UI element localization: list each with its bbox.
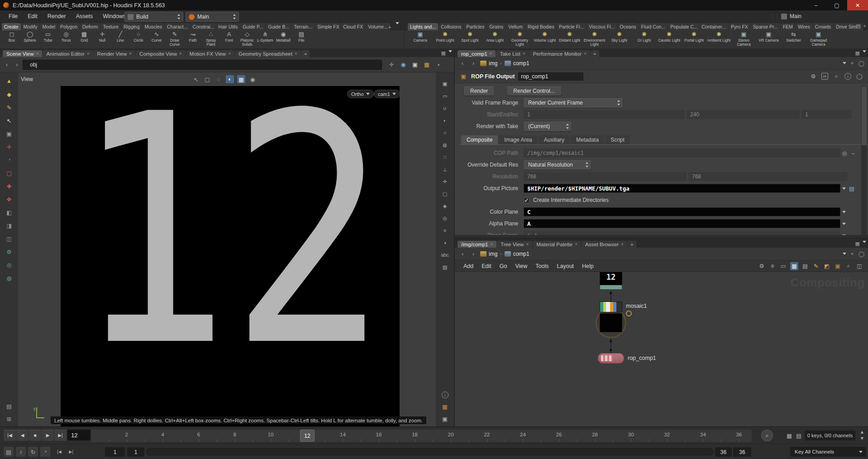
pane-tab[interactable]: Asset Browser × bbox=[582, 241, 627, 248]
close-tab-icon[interactable]: × bbox=[526, 242, 529, 247]
close-tab-icon[interactable]: × bbox=[129, 51, 132, 56]
desktop-selector[interactable]: Build bbox=[124, 12, 183, 22]
output-picture-field[interactable]: $HIP/render/$HIPNAME/SUBUV.tga bbox=[524, 184, 840, 193]
xray-icon[interactable]: ◈ bbox=[441, 202, 449, 210]
close-tab-icon[interactable]: × bbox=[228, 51, 231, 56]
shelf-tool[interactable]: ∴ Spray Paint bbox=[202, 31, 220, 48]
play-button[interactable]: ▶ bbox=[42, 430, 54, 441]
stop-button[interactable]: ■ bbox=[29, 430, 41, 441]
menu-item[interactable]: Tools bbox=[531, 263, 553, 269]
shelf-tool[interactable]: ✺ Ambient Light bbox=[706, 31, 731, 48]
shelf-tool[interactable]: ⇆ Switcher bbox=[781, 31, 806, 48]
info-icon[interactable]: i bbox=[442, 392, 448, 398]
background-image-icon[interactable]: ▣ bbox=[834, 262, 842, 270]
label-abc-icon[interactable]: abc bbox=[441, 251, 449, 259]
main-context-selector[interactable]: Main bbox=[186, 12, 239, 22]
close-tab-icon[interactable]: × bbox=[295, 51, 297, 56]
create-dirs-checkbox[interactable]: ✓ bbox=[524, 197, 529, 203]
params-scrollbar[interactable] bbox=[861, 86, 867, 235]
range-from-icon[interactable]: [◀ bbox=[55, 448, 63, 456]
pane-split-icon[interactable]: ◫ bbox=[855, 262, 863, 270]
projection-selector[interactable]: Ortho bbox=[347, 90, 374, 98]
shelf-tool[interactable]: ✺ Point Light bbox=[433, 31, 458, 48]
camera-view-region[interactable]: 12 bbox=[61, 86, 400, 426]
search-params-icon[interactable]: ⌕ bbox=[832, 72, 840, 81]
override-res-select[interactable]: Natural Resolution bbox=[524, 160, 591, 170]
shelf-tool[interactable]: ◉ Metaball bbox=[274, 31, 292, 48]
maximize-button[interactable]: ▢ bbox=[826, 0, 847, 10]
shelf-tab[interactable]: Hair Utils bbox=[216, 23, 240, 30]
shelf-tool[interactable]: ✺ Spot Light bbox=[458, 31, 482, 48]
shelf-tool[interactable]: ○ Circle bbox=[129, 31, 148, 48]
list-view-icon[interactable]: ▤ bbox=[801, 262, 809, 270]
shelf-tab[interactable]: Vellum bbox=[506, 23, 525, 30]
menu-item[interactable]: Assets bbox=[71, 13, 98, 19]
range-start-field[interactable]: 1 bbox=[105, 447, 125, 457]
flipbook-icon[interactable]: ▦ bbox=[423, 61, 431, 69]
shelf-tool[interactable]: ▣ Gamepad Camera bbox=[806, 31, 831, 48]
shelf-tool[interactable]: A Font bbox=[220, 31, 238, 48]
close-tab-icon[interactable]: × bbox=[490, 51, 492, 56]
shelf-tool[interactable]: ↝ Path bbox=[184, 31, 202, 48]
chevron-down-icon[interactable] bbox=[842, 187, 846, 190]
camera-icon[interactable]: ▣ bbox=[411, 61, 419, 69]
frame-range-slider[interactable] bbox=[147, 448, 713, 455]
bbox-icon[interactable]: ▢ bbox=[441, 190, 449, 198]
menu-item[interactable]: File bbox=[4, 13, 23, 19]
network-canvas[interactable]: Compositing 12 mosaic1 rop_comp1 bbox=[455, 272, 868, 426]
font-node[interactable]: 12 bbox=[600, 272, 622, 289]
file-chooser-icon[interactable]: ▤ bbox=[848, 184, 856, 192]
update-toggle-icon[interactable]: ◉ bbox=[399, 61, 407, 69]
timeline-grid-icon[interactable]: ▦ bbox=[785, 431, 793, 440]
shelf-tool[interactable]: ▣ Camera bbox=[408, 31, 433, 48]
shelf-tool[interactable]: ✺ Geometry Light bbox=[507, 31, 532, 48]
node-chooser-icon[interactable]: ◎ bbox=[840, 149, 849, 157]
node-name-field[interactable]: rop_comp1 bbox=[518, 72, 583, 81]
shelf-tab[interactable]: Guide B... bbox=[266, 23, 291, 30]
menu-item[interactable]: Edit bbox=[477, 263, 496, 269]
grid-colors-icon[interactable]: ▦ bbox=[441, 402, 449, 411]
quickplane-icon[interactable]: ◫ bbox=[5, 234, 13, 243]
rop-node[interactable] bbox=[598, 353, 624, 363]
shelf-tab[interactable]: Volume... bbox=[366, 23, 390, 30]
new-pane-tab-button[interactable]: + bbox=[591, 50, 599, 57]
close-tab-icon[interactable]: × bbox=[575, 242, 577, 247]
lasso-select-icon[interactable]: ◌ bbox=[215, 75, 223, 83]
pane-tab[interactable]: rop_comp1 × bbox=[458, 50, 496, 57]
shelf-tab[interactable]: Deform bbox=[80, 23, 100, 30]
close-button[interactable]: ✕ bbox=[847, 0, 868, 10]
shelf-tab[interactable]: Populate C... bbox=[668, 23, 699, 30]
minimize-button[interactable]: – bbox=[806, 0, 826, 10]
info-icon[interactable]: i bbox=[844, 73, 851, 80]
close-tab-icon[interactable]: × bbox=[36, 51, 39, 56]
close-tab-icon[interactable]: × bbox=[87, 51, 90, 56]
spinner-icon[interactable] bbox=[233, 14, 237, 20]
stowbar-icon[interactable]: ⊞ bbox=[5, 415, 13, 423]
box-select-icon[interactable]: ▢ bbox=[203, 75, 211, 83]
shelf-tab[interactable]: Viscous Fl... bbox=[587, 23, 617, 30]
shelf-tool[interactable]: ▣ Stereo Camera bbox=[731, 31, 756, 48]
sticky-note-icon[interactable]: ✎ bbox=[812, 262, 820, 270]
display-flag-icon[interactable] bbox=[626, 311, 632, 316]
breadcrumb-comp1[interactable]: comp1 bbox=[505, 251, 529, 257]
shelf-tab[interactable]: Wires bbox=[796, 23, 812, 30]
shelf-tab[interactable]: Pyro FX bbox=[729, 23, 750, 30]
close-tab-icon[interactable]: × bbox=[490, 242, 493, 247]
pane-tab[interactable]: Motion FX View × bbox=[186, 50, 234, 57]
normals-icon[interactable]: ⊥ bbox=[441, 165, 449, 173]
spinner-icon[interactable] bbox=[177, 14, 181, 20]
viewport-menu-icon[interactable]: ◉ bbox=[248, 75, 257, 83]
render-take-select[interactable]: (Current) bbox=[524, 122, 572, 131]
shelf-tab[interactable]: Rigging bbox=[121, 23, 142, 30]
shelf-tool[interactable]: ✺ Area Light bbox=[482, 31, 507, 48]
go-to-end-button[interactable]: ▶| bbox=[54, 430, 67, 441]
pane-tab[interactable]: Render View × bbox=[94, 50, 135, 57]
shelf-tab[interactable]: Rigid Bodies bbox=[525, 23, 556, 30]
shelf-tab[interactable]: Muscles bbox=[143, 23, 165, 30]
pane-menu-icon[interactable] bbox=[863, 241, 866, 243]
shelf-tab[interactable]: Collisions bbox=[439, 23, 463, 30]
shelf-tab[interactable]: Texture bbox=[100, 23, 120, 30]
scroll-down-icon[interactable]: ▾ bbox=[858, 435, 866, 440]
secure-selection-icon[interactable]: ▣ bbox=[5, 129, 13, 138]
breadcrumb-img[interactable]: img bbox=[480, 251, 497, 257]
